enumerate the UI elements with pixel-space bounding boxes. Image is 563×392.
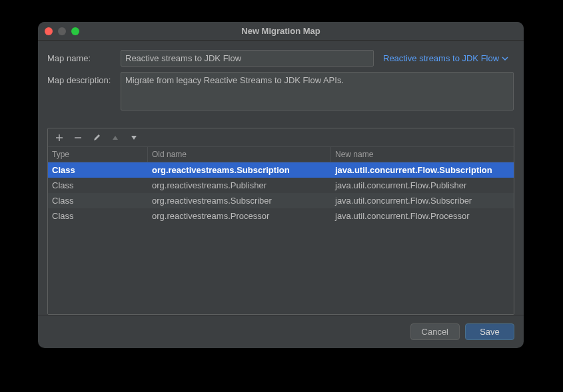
map-desc-input[interactable] [121, 72, 514, 110]
cell-old-name: org.reactivestreams.Subscription [148, 162, 331, 178]
table-toolbar [48, 128, 514, 147]
triangle-down-icon [131, 134, 137, 141]
plus-icon [55, 134, 63, 142]
cancel-button[interactable]: Cancel [410, 323, 460, 340]
table-row[interactable]: Classorg.reactivestreams.Publisherjava.u… [48, 178, 514, 193]
cell-old-name: org.reactivestreams.Subscriber [148, 193, 331, 208]
header-type[interactable]: Type [48, 147, 148, 162]
preset-link[interactable]: Reactive streams to JDK Flow [383, 50, 508, 63]
minimize-icon[interactable] [58, 27, 66, 35]
triangle-up-icon [112, 134, 119, 141]
cell-type: Class [48, 208, 148, 224]
cell-old-name: org.reactivestreams.Publisher [148, 178, 331, 193]
table-row[interactable]: Classorg.reactivestreams.Subscriberjava.… [48, 193, 514, 208]
preset-link-label: Reactive streams to JDK Flow [383, 53, 499, 63]
mappings-table: Type Old name New name Classorg.reactive… [47, 128, 514, 315]
pencil-icon [93, 134, 101, 142]
map-name-label: Map name: [47, 50, 121, 63]
window-title: New Migration Map [241, 26, 320, 36]
chevron-down-icon [502, 55, 508, 62]
move-up-button[interactable] [109, 132, 121, 144]
dialog-window: New Migration Map Map name: Reactive str… [38, 22, 524, 348]
cell-type: Class [48, 178, 148, 193]
remove-button[interactable] [72, 132, 84, 144]
save-button[interactable]: Save [465, 323, 514, 340]
cell-type: Class [48, 162, 148, 178]
cell-type: Class [48, 193, 148, 208]
maximize-icon[interactable] [71, 27, 79, 35]
cell-new-name: java.util.concurrent.Flow.Processor [331, 208, 514, 224]
cell-new-name: java.util.concurrent.Flow.Subscription [331, 162, 514, 178]
table-header: Type Old name New name [48, 147, 514, 162]
add-button[interactable] [53, 132, 65, 144]
close-icon[interactable] [45, 27, 53, 35]
map-name-input[interactable] [121, 50, 374, 67]
move-down-button[interactable] [128, 132, 140, 144]
cell-new-name: java.util.concurrent.Flow.Publisher [331, 178, 514, 193]
map-desc-label: Map description: [47, 72, 121, 85]
table-body: Classorg.reactivestreams.Subscriptionjav… [48, 162, 514, 314]
header-old-name[interactable]: Old name [148, 147, 331, 162]
cell-old-name: org.reactivestreams.Processor [148, 208, 331, 224]
map-name-row: Map name: Reactive streams to JDK Flow [47, 50, 514, 67]
table-row[interactable]: Classorg.reactivestreams.Processorjava.u… [48, 208, 514, 224]
header-new-name[interactable]: New name [331, 147, 514, 162]
window-controls [45, 27, 79, 35]
titlebar: New Migration Map [38, 22, 524, 41]
map-desc-row: Map description: [47, 72, 514, 110]
table-row[interactable]: Classorg.reactivestreams.Subscriptionjav… [48, 162, 514, 178]
dialog-footer: Cancel Save [38, 315, 524, 348]
cell-new-name: java.util.concurrent.Flow.Subscriber [331, 193, 514, 208]
edit-button[interactable] [91, 132, 103, 144]
dialog-content: Map name: Reactive streams to JDK Flow M… [38, 41, 524, 315]
minus-icon [74, 134, 82, 142]
